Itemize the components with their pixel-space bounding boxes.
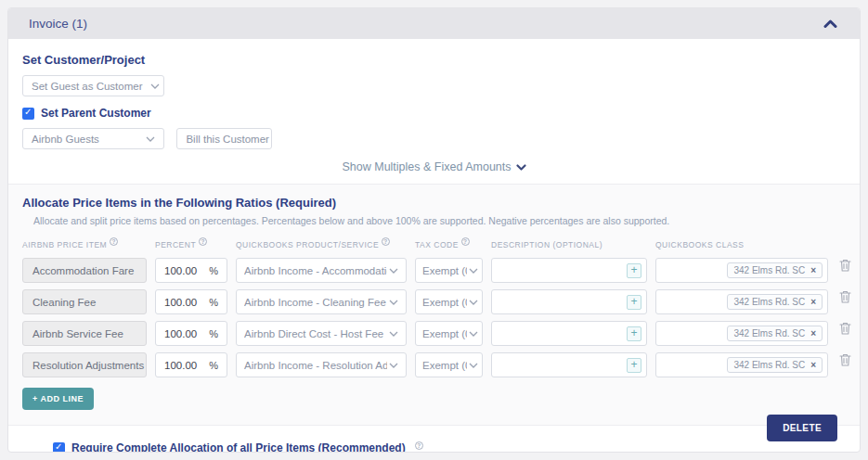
require-allocation-label: Require Complete Allocation of all Price…	[71, 441, 406, 453]
description-input[interactable]: +	[491, 352, 647, 377]
description-input[interactable]: +	[491, 289, 647, 314]
bill-customer-select[interactable]: Bill this Customer	[176, 128, 272, 149]
help-icon[interactable]: ?	[461, 237, 470, 246]
class-tag: 342 Elms Rd. SC ×	[727, 326, 823, 341]
percent-input-wrap: %	[155, 289, 227, 314]
add-description-button[interactable]: +	[627, 295, 641, 310]
product-service-select[interactable]: Airbnb Income - Accommodation Fare	[236, 258, 407, 283]
remove-tag-icon[interactable]: ×	[810, 360, 816, 370]
percent-suffix: %	[209, 265, 218, 276]
delete-row-icon[interactable]	[836, 321, 853, 346]
help-icon[interactable]: ?	[415, 441, 423, 450]
product-service-select[interactable]: Airbnb Income - Cleaning Fee	[236, 289, 407, 314]
chevron-down-icon	[389, 363, 398, 368]
description-input[interactable]: +	[491, 258, 647, 283]
delete-row-icon[interactable]	[836, 352, 853, 377]
show-multiples-link[interactable]: Show Multiples & Fixed Amounts	[22, 160, 846, 173]
help-icon[interactable]: ?	[110, 237, 118, 246]
class-tag: 342 Elms Rd. SC ×	[727, 262, 823, 278]
remove-tag-icon[interactable]: ×	[810, 297, 816, 307]
help-icon[interactable]: ?	[382, 237, 390, 246]
chevron-down-icon	[469, 331, 478, 337]
parent-customer-value: Airbnb Guests	[32, 134, 99, 145]
class-tag-label: 342 Elms Rd. SC	[733, 265, 805, 275]
chevron-down-icon	[469, 363, 478, 368]
add-line-button[interactable]: + ADD LINE	[22, 388, 94, 410]
panel-title: Invoice (1)	[29, 17, 87, 31]
chevron-down-icon	[516, 164, 526, 171]
remove-tag-icon[interactable]: ×	[810, 265, 816, 275]
set-parent-customer-label: Set Parent Customer	[41, 107, 151, 120]
chevron-down-icon	[469, 300, 478, 305]
percent-input[interactable]	[164, 360, 203, 371]
chevron-down-icon	[389, 268, 398, 274]
remove-tag-icon[interactable]: ×	[810, 328, 816, 339]
add-description-button[interactable]: +	[627, 326, 641, 341]
price-item-field: Accommodation Fare	[22, 258, 147, 283]
percent-input[interactable]	[164, 297, 203, 308]
delete-button[interactable]: DELETE	[767, 415, 837, 441]
delete-row-icon[interactable]	[836, 258, 853, 283]
class-tag-label: 342 Elms Rd. SC	[733, 328, 805, 339]
show-multiples-label: Show Multiples & Fixed Amounts	[342, 160, 511, 173]
percent-suffix: %	[209, 297, 218, 308]
chevron-down-icon	[469, 268, 478, 274]
class-tag-label: 342 Elms Rd. SC	[733, 360, 805, 370]
col-header-actions	[836, 245, 853, 247]
description-input[interactable]: +	[491, 321, 647, 346]
set-parent-customer-checkbox[interactable]	[22, 108, 34, 120]
percent-input-wrap: %	[155, 352, 227, 377]
allocation-note: Allocate and split price items based on …	[33, 215, 846, 226]
class-tag: 342 Elms Rd. SC ×	[727, 357, 823, 373]
panel-header[interactable]: Invoice (1)	[8, 8, 860, 39]
col-header-tax-code: TAX CODE ?	[415, 240, 483, 251]
chevron-down-icon	[389, 300, 398, 305]
collapse-chevron-up-icon[interactable]	[823, 19, 837, 28]
allocation-section: Allocate Price Items in the Following Ra…	[8, 184, 860, 426]
bill-customer-value: Bill this Customer	[186, 134, 268, 145]
add-description-button[interactable]: +	[627, 358, 641, 373]
col-header-percent: PERCENT ?	[155, 240, 227, 251]
invoice-panel: Invoice (1) Set Customer/Project Set Gue…	[7, 7, 861, 453]
tax-code-select[interactable]: Exempt (0%	[415, 352, 483, 377]
parent-customer-select[interactable]: Airbnb Guests	[22, 128, 164, 149]
percent-suffix: %	[209, 328, 218, 339]
quickbooks-class-field[interactable]: 342 Elms Rd. SC ×	[655, 258, 828, 283]
percent-input[interactable]	[164, 328, 203, 339]
percent-suffix: %	[209, 360, 218, 371]
price-item-field: Resolution Adjustments	[22, 352, 147, 377]
col-header-description: DESCRIPTION (OPTIONAL)	[491, 240, 647, 251]
customer-section-heading: Set Customer/Project	[22, 53, 846, 67]
quickbooks-class-field[interactable]: 342 Elms Rd. SC ×	[655, 321, 828, 346]
delete-row-icon[interactable]	[836, 289, 853, 314]
tax-code-select[interactable]: Exempt (0%	[415, 321, 483, 346]
percent-input-wrap: %	[155, 258, 227, 283]
guest-as-customer-value: Set Guest as Customer	[32, 81, 143, 92]
product-service-select[interactable]: Airbnb Direct Cost - Host Fee	[236, 321, 407, 346]
tax-code-select[interactable]: Exempt (0%	[415, 258, 483, 283]
col-header-quickbooks-product: QUICKBOOKS PRODUCT/SERVICE ?	[236, 240, 407, 251]
chevron-down-icon	[146, 136, 155, 142]
require-allocation-checkbox[interactable]	[53, 442, 65, 454]
class-tag-label: 342 Elms Rd. SC	[733, 297, 805, 307]
allocation-table: AIRBNB PRICE ITEM ? PERCENT ? QUICKBOOKS…	[22, 240, 846, 377]
allocation-heading: Allocate Price Items in the Following Ra…	[22, 196, 846, 210]
percent-input-wrap: %	[155, 321, 227, 346]
quickbooks-class-field[interactable]: 342 Elms Rd. SC ×	[655, 352, 828, 377]
chevron-down-icon	[389, 331, 398, 337]
add-description-button[interactable]: +	[627, 263, 641, 278]
percent-input[interactable]	[164, 265, 203, 276]
tax-code-select[interactable]: Exempt (0%	[415, 289, 483, 314]
chevron-down-icon	[150, 83, 160, 89]
product-service-select[interactable]: Airbnb Income - Resolution Adjustment	[236, 352, 407, 377]
price-item-field: Cleaning Fee	[22, 289, 147, 314]
help-icon[interactable]: ?	[199, 237, 207, 246]
col-header-quickbooks-class: QUICKBOOKS CLASS	[655, 240, 828, 251]
guest-as-customer-select[interactable]: Set Guest as Customer	[22, 75, 164, 96]
col-header-airbnb-price-item: AIRBNB PRICE ITEM ?	[22, 240, 147, 251]
class-tag: 342 Elms Rd. SC ×	[727, 294, 823, 310]
price-item-field: Airbnb Service Fee	[22, 321, 147, 346]
quickbooks-class-field[interactable]: 342 Elms Rd. SC ×	[655, 289, 828, 314]
